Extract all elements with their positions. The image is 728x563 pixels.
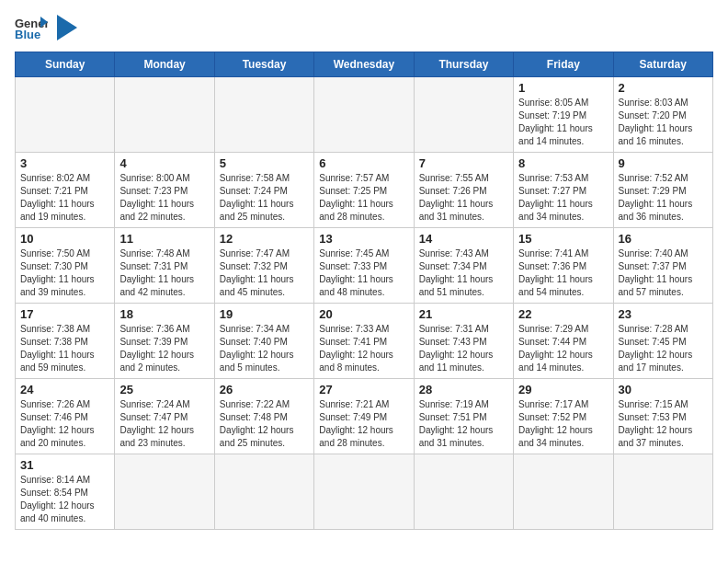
calendar-cell — [16, 77, 115, 153]
calendar-cell — [214, 454, 313, 530]
calendar-cell: 2Sunrise: 8:03 AM Sunset: 7:20 PM Daylig… — [613, 77, 712, 153]
calendar-week-row: 3Sunrise: 8:02 AM Sunset: 7:21 PM Daylig… — [16, 153, 713, 228]
day-info: Sunrise: 7:40 AM Sunset: 7:37 PM Dayligh… — [619, 247, 708, 299]
day-number: 6 — [319, 156, 408, 170]
calendar-header-row: SundayMondayTuesdayWednesdayThursdayFrid… — [16, 52, 713, 77]
calendar-cell — [613, 454, 712, 530]
day-number: 11 — [119, 232, 209, 246]
header-day-friday: Friday — [514, 52, 613, 77]
calendar-cell — [214, 77, 313, 153]
header-day-saturday: Saturday — [613, 52, 712, 77]
calendar-cell: 14Sunrise: 7:43 AM Sunset: 7:34 PM Dayli… — [414, 228, 513, 304]
calendar-week-row: 1Sunrise: 8:05 AM Sunset: 7:19 PM Daylig… — [16, 77, 713, 153]
calendar-cell: 13Sunrise: 7:45 AM Sunset: 7:33 PM Dayli… — [314, 228, 414, 304]
calendar-cell — [414, 77, 513, 153]
day-info: Sunrise: 7:34 AM Sunset: 7:40 PM Dayligh… — [220, 323, 309, 374]
calendar-cell — [115, 454, 214, 530]
day-info: Sunrise: 7:43 AM Sunset: 7:34 PM Dayligh… — [419, 247, 508, 299]
day-number: 22 — [518, 307, 608, 321]
day-info: Sunrise: 7:29 AM Sunset: 7:44 PM Dayligh… — [518, 323, 608, 374]
day-number: 12 — [220, 232, 309, 246]
day-info: Sunrise: 7:58 AM Sunset: 7:24 PM Dayligh… — [220, 172, 309, 224]
day-number: 5 — [220, 156, 309, 170]
calendar-cell: 27Sunrise: 7:21 AM Sunset: 7:49 PM Dayli… — [314, 379, 414, 454]
day-number: 21 — [419, 307, 508, 321]
day-info: Sunrise: 7:15 AM Sunset: 7:53 PM Dayligh… — [619, 398, 708, 450]
header-day-tuesday: Tuesday — [214, 52, 313, 77]
calendar-cell: 15Sunrise: 7:41 AM Sunset: 7:36 PM Dayli… — [514, 228, 613, 304]
day-number: 2 — [619, 81, 708, 95]
day-number: 9 — [619, 156, 708, 170]
calendar-week-row: 10Sunrise: 7:50 AM Sunset: 7:30 PM Dayli… — [16, 228, 713, 304]
day-info: Sunrise: 8:05 AM Sunset: 7:19 PM Dayligh… — [518, 97, 608, 148]
calendar-cell: 8Sunrise: 7:53 AM Sunset: 7:27 PM Daylig… — [514, 153, 613, 228]
header-day-thursday: Thursday — [414, 52, 513, 77]
calendar-cell: 7Sunrise: 7:55 AM Sunset: 7:26 PM Daylig… — [414, 153, 513, 228]
logo-triangle-icon — [57, 15, 77, 40]
calendar-cell: 1Sunrise: 8:05 AM Sunset: 7:19 PM Daylig… — [514, 77, 613, 153]
calendar-cell — [115, 77, 214, 153]
calendar-cell — [314, 454, 414, 530]
day-info: Sunrise: 7:31 AM Sunset: 7:43 PM Dayligh… — [419, 323, 508, 374]
calendar-cell: 9Sunrise: 7:52 AM Sunset: 7:29 PM Daylig… — [613, 153, 712, 228]
calendar-cell: 20Sunrise: 7:33 AM Sunset: 7:41 PM Dayli… — [314, 304, 414, 379]
day-info: Sunrise: 7:53 AM Sunset: 7:27 PM Dayligh… — [518, 172, 608, 224]
header: General Blue — [15, 15, 713, 40]
day-info: Sunrise: 7:19 AM Sunset: 7:51 PM Dayligh… — [419, 398, 508, 450]
calendar-week-row: 31Sunrise: 8:14 AM Sunset: 8:54 PM Dayli… — [16, 454, 713, 530]
day-number: 27 — [319, 383, 408, 396]
calendar-cell — [314, 77, 414, 153]
day-number: 19 — [220, 307, 309, 321]
calendar-cell: 5Sunrise: 7:58 AM Sunset: 7:24 PM Daylig… — [214, 153, 313, 228]
calendar-cell: 21Sunrise: 7:31 AM Sunset: 7:43 PM Dayli… — [414, 304, 513, 379]
day-info: Sunrise: 7:36 AM Sunset: 7:39 PM Dayligh… — [119, 323, 209, 374]
day-number: 31 — [20, 458, 109, 472]
day-info: Sunrise: 7:48 AM Sunset: 7:31 PM Dayligh… — [119, 247, 209, 299]
calendar-cell: 22Sunrise: 7:29 AM Sunset: 7:44 PM Dayli… — [514, 304, 613, 379]
day-info: Sunrise: 7:45 AM Sunset: 7:33 PM Dayligh… — [319, 247, 408, 299]
calendar-cell: 16Sunrise: 7:40 AM Sunset: 7:37 PM Dayli… — [613, 228, 712, 304]
calendar-cell: 31Sunrise: 8:14 AM Sunset: 8:54 PM Dayli… — [16, 454, 115, 530]
day-number: 25 — [119, 383, 209, 396]
calendar-cell: 24Sunrise: 7:26 AM Sunset: 7:46 PM Dayli… — [16, 379, 115, 454]
day-number: 23 — [619, 307, 708, 321]
day-number: 8 — [518, 156, 608, 170]
calendar-cell: 29Sunrise: 7:17 AM Sunset: 7:52 PM Dayli… — [514, 379, 613, 454]
day-info: Sunrise: 8:14 AM Sunset: 8:54 PM Dayligh… — [20, 474, 109, 525]
calendar-cell: 11Sunrise: 7:48 AM Sunset: 7:31 PM Dayli… — [115, 228, 214, 304]
day-number: 20 — [319, 307, 408, 321]
header-day-wednesday: Wednesday — [314, 52, 414, 77]
day-number: 14 — [419, 232, 508, 246]
day-info: Sunrise: 7:38 AM Sunset: 7:38 PM Dayligh… — [20, 323, 109, 374]
day-info: Sunrise: 7:55 AM Sunset: 7:26 PM Dayligh… — [419, 172, 508, 224]
day-number: 4 — [119, 156, 209, 170]
calendar-cell: 6Sunrise: 7:57 AM Sunset: 7:25 PM Daylig… — [314, 153, 414, 228]
calendar-cell — [514, 454, 613, 530]
header-day-monday: Monday — [115, 52, 214, 77]
logo: General Blue — [15, 15, 77, 40]
day-number: 17 — [20, 307, 109, 321]
day-number: 3 — [20, 156, 109, 170]
day-info: Sunrise: 7:57 AM Sunset: 7:25 PM Dayligh… — [319, 172, 408, 224]
day-number: 15 — [518, 232, 608, 246]
day-number: 24 — [20, 383, 109, 396]
calendar-week-row: 24Sunrise: 7:26 AM Sunset: 7:46 PM Dayli… — [16, 379, 713, 454]
day-info: Sunrise: 7:24 AM Sunset: 7:47 PM Dayligh… — [119, 398, 209, 450]
day-number: 13 — [319, 232, 408, 246]
calendar-cell: 25Sunrise: 7:24 AM Sunset: 7:47 PM Dayli… — [115, 379, 214, 454]
day-info: Sunrise: 7:47 AM Sunset: 7:32 PM Dayligh… — [220, 247, 309, 299]
day-info: Sunrise: 7:50 AM Sunset: 7:30 PM Dayligh… — [20, 247, 109, 299]
svg-text:Blue: Blue — [15, 28, 40, 40]
svg-marker-3 — [57, 15, 77, 40]
calendar-cell — [414, 454, 513, 530]
calendar-cell: 17Sunrise: 7:38 AM Sunset: 7:38 PM Dayli… — [16, 304, 115, 379]
day-info: Sunrise: 7:28 AM Sunset: 7:45 PM Dayligh… — [619, 323, 708, 374]
calendar-cell: 23Sunrise: 7:28 AM Sunset: 7:45 PM Dayli… — [613, 304, 712, 379]
day-number: 28 — [419, 383, 508, 396]
calendar-week-row: 17Sunrise: 7:38 AM Sunset: 7:38 PM Dayli… — [16, 304, 713, 379]
day-number: 7 — [419, 156, 508, 170]
calendar-cell: 19Sunrise: 7:34 AM Sunset: 7:40 PM Dayli… — [214, 304, 313, 379]
calendar-cell: 3Sunrise: 8:02 AM Sunset: 7:21 PM Daylig… — [16, 153, 115, 228]
day-info: Sunrise: 8:00 AM Sunset: 7:23 PM Dayligh… — [119, 172, 209, 224]
calendar-cell: 30Sunrise: 7:15 AM Sunset: 7:53 PM Dayli… — [613, 379, 712, 454]
